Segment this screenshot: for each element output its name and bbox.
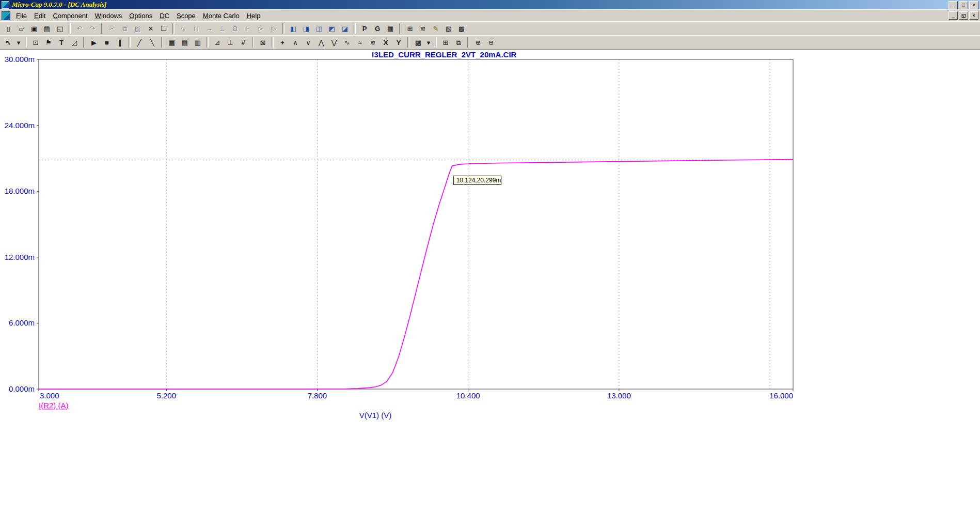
stop-icon[interactable]: ■ bbox=[101, 36, 113, 49]
y-expressions-icon[interactable]: ⧉ bbox=[452, 36, 465, 49]
linear-x-axis-icon[interactable]: ⊿ bbox=[211, 36, 224, 49]
y-tick-label: 24.000m bbox=[5, 121, 35, 130]
x-tick-label: 13.000 bbox=[607, 391, 631, 400]
go-to-x-icon[interactable]: X bbox=[380, 36, 392, 49]
waveform-list-dropdown-icon[interactable]: ▾ bbox=[425, 36, 432, 49]
document-close-button[interactable]: × bbox=[969, 11, 978, 20]
toolbar-separator bbox=[252, 37, 254, 48]
wire-mode-icon: ↔ bbox=[203, 22, 215, 35]
opamp-icon: ▷ bbox=[267, 22, 280, 35]
dc-analysis-document-icon[interactable] bbox=[2, 11, 10, 20]
bottom-icon[interactable]: ≋ bbox=[367, 36, 379, 49]
document-restore-button[interactable]: ◱ bbox=[959, 11, 968, 20]
next-peak-icon[interactable]: ∧ bbox=[289, 36, 302, 49]
menu-bar: FileEditComponentWindowsOptionsDCScopeMo… bbox=[0, 9, 980, 21]
mode-dropdown-icon[interactable]: ▾ bbox=[15, 36, 22, 49]
toolbar-separator bbox=[207, 37, 209, 48]
open-file-icon[interactable]: ▱ bbox=[15, 22, 27, 35]
resistor-icon: Ω bbox=[229, 22, 241, 35]
run-icon[interactable]: ▶ bbox=[88, 36, 100, 49]
data-points-icon[interactable]: ▥ bbox=[192, 36, 204, 49]
menu-dc[interactable]: DC bbox=[156, 10, 173, 21]
grid-toggle-icon[interactable]: ▦ bbox=[384, 22, 397, 35]
zoom-out-icon[interactable]: ⊖ bbox=[485, 36, 497, 49]
toolbar-separator bbox=[101, 23, 103, 34]
paste-icon: ▨ bbox=[132, 22, 144, 35]
menu-edit[interactable]: Edit bbox=[30, 10, 49, 21]
properties-icon[interactable]: ⊡ bbox=[29, 36, 42, 49]
x-tick-label: 3.000 bbox=[40, 391, 59, 400]
x-tick-label: 5.200 bbox=[156, 391, 176, 400]
toolbar-separator bbox=[407, 37, 409, 48]
polyline-mode-icon[interactable]: ╲ bbox=[146, 36, 159, 49]
cursor-mode-icon[interactable]: + bbox=[276, 36, 289, 49]
graphics-mode-icon[interactable]: ◿ bbox=[68, 36, 81, 49]
tile-horizontal-icon[interactable]: ◨ bbox=[300, 22, 312, 35]
go-button[interactable]: G bbox=[371, 22, 384, 35]
text-mode-icon[interactable]: T bbox=[55, 36, 68, 49]
select-all-icon[interactable]: ☐ bbox=[157, 22, 170, 35]
analysis-toolbar: ↖▾⊡⚑T◿▶■∥╱╲▦▤▥⊿⊥#⊠+∧∨⋀⋁∿≈≋XY▩▾⊞⧉⊕⊖ bbox=[0, 35, 980, 50]
window-controls: _ □ × bbox=[947, 1, 978, 9]
next-valley-icon[interactable]: ∨ bbox=[302, 36, 314, 49]
graph-paper-icon[interactable]: ▤ bbox=[179, 36, 191, 49]
log-axis-icon[interactable]: # bbox=[237, 36, 249, 49]
chart-title: !3LED_CURR_REGLER_2VT_20mA.CIR bbox=[372, 50, 517, 59]
menu-windows[interactable]: Windows bbox=[91, 10, 126, 21]
save-file-icon[interactable]: ▣ bbox=[28, 22, 40, 35]
menu-component[interactable]: Component bbox=[49, 10, 91, 21]
toolbar-separator bbox=[161, 37, 163, 48]
new-file-icon[interactable]: ▯ bbox=[2, 22, 14, 35]
pause-icon[interactable]: ∥ bbox=[114, 36, 126, 49]
line-mode-icon[interactable]: ╱ bbox=[133, 36, 146, 49]
menu-options[interactable]: Options bbox=[125, 10, 156, 21]
menu-file[interactable]: File bbox=[12, 10, 30, 21]
split-vertical-icon[interactable]: ◪ bbox=[339, 22, 351, 35]
main-toolbar: ▯▱▣▤◱↶↷✂⧉▨✕☐∿⊓↔⊥Ω⊦⊳▷◧◨◫◩◪PG▦⊞≋✎▧▩ bbox=[0, 21, 980, 35]
delete-icon[interactable]: ✕ bbox=[145, 22, 157, 35]
plot-canvas[interactable]: 0.000m6.000m12.000m18.000m24.000m30.000m… bbox=[0, 50, 980, 511]
toolbar-separator bbox=[25, 37, 27, 48]
watch-icon[interactable]: ≋ bbox=[417, 22, 429, 35]
inflection-icon[interactable]: ∿ bbox=[341, 36, 353, 49]
menu-help[interactable]: Help bbox=[243, 10, 264, 21]
cut-icon: ✂ bbox=[106, 22, 118, 35]
y-tick-label: 30.000m bbox=[5, 55, 35, 64]
tile-vertical-icon[interactable]: ◧ bbox=[287, 22, 299, 35]
annotate-pencil-icon[interactable]: ✎ bbox=[430, 22, 442, 35]
top-icon[interactable]: ≈ bbox=[354, 36, 366, 49]
probe-button[interactable]: P bbox=[358, 22, 371, 35]
app-icon bbox=[2, 1, 9, 9]
application-window: Micro-Cap 9.0.7.0 - [DC Analysis] _ □ × … bbox=[0, 0, 980, 511]
toolbar-separator bbox=[272, 37, 274, 48]
global-high-icon[interactable]: ⋀ bbox=[315, 36, 327, 49]
print-icon[interactable]: ▤ bbox=[41, 22, 53, 35]
split-horizontal-icon[interactable]: ◩ bbox=[326, 22, 338, 35]
cursor-table-icon[interactable]: ⊞ bbox=[439, 36, 452, 49]
zoom-in-icon[interactable]: ⊕ bbox=[472, 36, 484, 49]
maximize-button[interactable]: □ bbox=[959, 1, 968, 9]
print-preview-icon[interactable]: ◱ bbox=[54, 22, 66, 35]
close-button[interactable]: × bbox=[969, 1, 978, 9]
global-low-icon[interactable]: ⋁ bbox=[328, 36, 340, 49]
menu-monte-carlo[interactable]: Monte Carlo bbox=[199, 10, 243, 21]
redo-icon: ↷ bbox=[86, 22, 99, 35]
y-tick-label: 18.000m bbox=[5, 187, 35, 195]
go-to-y-icon[interactable]: Y bbox=[392, 36, 405, 49]
waveform-list-icon[interactable]: ▩ bbox=[412, 36, 424, 49]
shade-region-icon[interactable]: ▧ bbox=[442, 22, 455, 35]
image-icon[interactable]: ▩ bbox=[455, 22, 468, 35]
grid-lines-icon[interactable]: ▦ bbox=[166, 36, 178, 49]
numeric-output-icon[interactable]: ⊞ bbox=[404, 22, 416, 35]
menu-scope[interactable]: Scope bbox=[173, 10, 199, 21]
legend-i-r2[interactable]: I(R2) (A) bbox=[39, 401, 69, 410]
cascade-windows-icon[interactable]: ◫ bbox=[313, 22, 325, 35]
tracker-icon[interactable]: ⊠ bbox=[257, 36, 269, 49]
add-tag-icon[interactable]: ⚑ bbox=[42, 36, 55, 49]
select-mode-icon[interactable]: ↖ bbox=[2, 36, 14, 49]
plot-area[interactable] bbox=[39, 59, 793, 389]
toolbar-separator bbox=[399, 23, 401, 34]
minimize-button[interactable]: _ bbox=[949, 1, 958, 9]
linear-y-axis-icon[interactable]: ⊥ bbox=[224, 36, 236, 49]
document-minimize-button[interactable]: _ bbox=[949, 11, 958, 20]
